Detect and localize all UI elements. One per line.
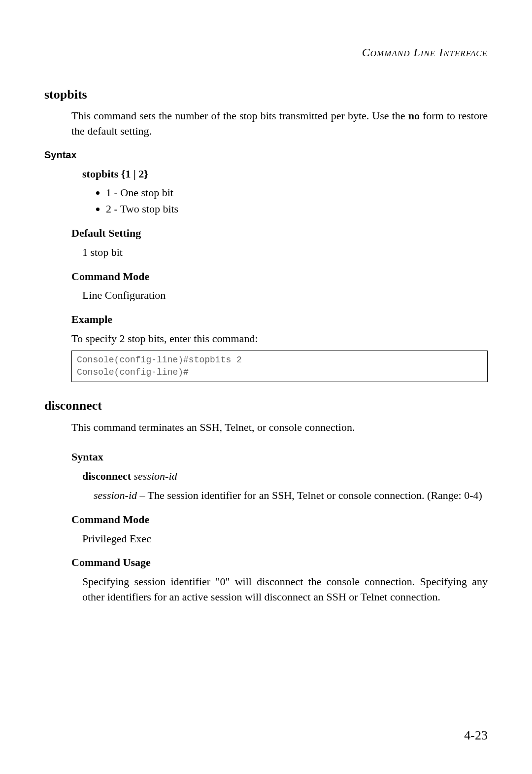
syntax-label-2: Syntax [71,450,488,465]
list-item: 1 - One stop bit [106,185,488,201]
param-ital: session-id [94,489,137,501]
list-item: 2 - Two stop bits [106,202,488,217]
syntax-cmd-ital: session-id [134,470,177,482]
command-mode-value: Line Configuration [82,288,488,303]
command-usage-label: Command Usage [71,555,488,570]
param-rest: – The session identifier for an SSH, Tel… [137,489,482,501]
stopbits-title: stopbits [44,86,488,104]
default-setting-value: 1 stop bit [82,245,488,260]
default-setting-label: Default Setting [71,226,488,241]
page-number: 4-23 [464,727,488,744]
intro-text-pre: This command sets the number of the stop… [71,109,408,122]
intro-bold: no [408,109,420,122]
stopbits-options: 1 - One stop bit 2 - Two stop bits [106,185,488,217]
command-usage-text: Specifying session identifier "0" will d… [82,574,488,605]
syntax-cmd-rest: {1 | 2} [118,168,148,180]
disconnect-title: disconnect [44,397,488,415]
page-header: Command Line Interface [44,44,488,61]
disconnect-syntax: disconnect session-id [82,469,488,484]
command-mode-label-2: Command Mode [71,512,488,528]
command-mode-value-2: Privileged Exec [82,531,488,547]
syntax-cmd-bold: stopbits [82,168,118,180]
disconnect-param: session-id – The session identifier for … [94,488,488,503]
syntax-cmd-bold-2: disconnect [82,470,131,482]
stopbits-syntax: stopbits {1 | 2} [82,167,488,182]
disconnect-intro: This command terminates an SSH, Telnet, … [71,420,488,435]
syntax-label: Syntax [44,148,488,162]
stopbits-intro: This command sets the number of the stop… [71,108,488,139]
example-text: To specify 2 stop bits, enter this comma… [71,331,488,347]
code-example: Console(config-line)#stopbits 2 Console(… [71,351,488,382]
example-label: Example [71,312,488,327]
command-mode-label: Command Mode [71,269,488,284]
